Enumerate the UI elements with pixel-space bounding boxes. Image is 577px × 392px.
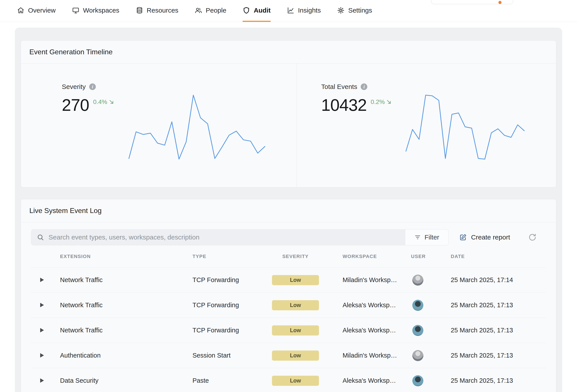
severity-sparkline-chart xyxy=(128,94,266,160)
col-date: DATE xyxy=(451,254,546,259)
search-filter-group: Filter xyxy=(31,229,449,246)
total-events-metric-info: Total Events 10432 0.2% xyxy=(321,83,405,187)
total-events-delta: 0.2% xyxy=(371,99,392,106)
expand-row-icon[interactable] xyxy=(40,328,44,332)
nav-tab-label: Insights xyxy=(298,7,321,14)
severity-metric-info: Severity 270 0.4% xyxy=(62,83,128,187)
edit-icon xyxy=(459,233,467,241)
total-events-label: Total Events xyxy=(321,83,357,91)
nav-tab-audit[interactable]: Audit xyxy=(243,0,271,22)
event-extension: Network Traffic xyxy=(60,301,192,309)
info-icon[interactable] xyxy=(361,83,367,90)
audit-page: Event Generation Timeline Severity 270 0… xyxy=(15,28,562,392)
insights-icon xyxy=(287,7,294,14)
gear-icon xyxy=(337,7,345,14)
user-avatar xyxy=(412,375,423,386)
event-row[interactable]: Data Security Paste Low Aleksa's Worksp…… xyxy=(31,368,546,392)
event-workspace: Miladin's Worksp… xyxy=(343,276,411,284)
expand-row-icon[interactable] xyxy=(40,278,44,282)
nav-tab-label: Overview xyxy=(28,7,56,14)
monitor-icon xyxy=(72,7,79,14)
search-input[interactable] xyxy=(49,234,399,241)
severity-badge: Low xyxy=(272,351,319,361)
event-row[interactable]: Authentication Session Start Low Miladin… xyxy=(31,343,546,368)
nav-tab-label: Resources xyxy=(147,7,178,14)
nav-tab-overview[interactable]: Overview xyxy=(17,0,56,22)
expand-row-icon[interactable] xyxy=(40,378,44,383)
timeline-card-body: Severity 270 0.4% Tota xyxy=(21,64,556,187)
event-log-toolbar: Filter Create report xyxy=(21,222,556,246)
col-extension: EXTENSION xyxy=(60,254,192,259)
refresh-button[interactable] xyxy=(528,233,537,242)
live-event-log-card: Live System Event Log Filter Create repo… xyxy=(21,199,556,392)
event-type: TCP Forwarding xyxy=(192,276,272,284)
total-events-value: 10432 xyxy=(321,97,367,113)
col-severity: SEVERITY xyxy=(272,254,319,259)
col-user: USER xyxy=(411,254,451,259)
severity-badge: Low xyxy=(272,300,319,310)
event-date: 25 March 2025, 17:13 xyxy=(451,352,546,359)
severity-badge: Low xyxy=(272,376,319,386)
event-log-title: Live System Event Log xyxy=(21,199,556,222)
notification-dot-icon xyxy=(498,1,502,4)
filter-label: Filter xyxy=(425,234,439,241)
timeline-card-title: Event Generation Timeline xyxy=(21,41,556,64)
nav-tab-label: People xyxy=(206,7,226,14)
home-icon xyxy=(17,7,25,14)
database-icon xyxy=(136,7,143,14)
nav-tab-label: Workspaces xyxy=(83,7,119,14)
event-row[interactable]: Network Traffic TCP Forwarding Low Aleks… xyxy=(31,293,546,318)
severity-value: 270 xyxy=(62,97,89,113)
col-type: TYPE xyxy=(192,254,272,259)
nav-tab-label: Audit xyxy=(254,7,271,14)
filter-icon xyxy=(414,234,421,241)
user-avatar xyxy=(412,275,423,285)
event-extension: Network Traffic xyxy=(60,276,192,284)
expand-row-icon[interactable] xyxy=(40,353,44,357)
shield-icon xyxy=(243,7,250,14)
trend-down-icon xyxy=(386,99,392,105)
event-workspace: Aleksa's Worksp… xyxy=(343,301,411,309)
partial-overlay-pill xyxy=(431,0,513,4)
nav-tab-resources[interactable]: Resources xyxy=(136,0,178,22)
nav-tab-insights[interactable]: Insights xyxy=(287,0,321,22)
event-date: 25 March 2025, 17:14 xyxy=(451,276,546,284)
user-avatar xyxy=(412,300,423,311)
create-report-label: Create report xyxy=(471,234,510,241)
nav-tab-label: Settings xyxy=(348,7,372,14)
filter-button[interactable]: Filter xyxy=(405,229,449,246)
create-report-button[interactable]: Create report xyxy=(459,233,510,241)
event-type: TCP Forwarding xyxy=(192,301,272,309)
search-icon xyxy=(37,234,44,241)
col-workspace: WORKSPACE xyxy=(343,254,411,259)
info-icon[interactable] xyxy=(89,83,96,90)
user-avatar xyxy=(412,325,423,336)
event-date: 25 March 2025, 17:13 xyxy=(451,327,546,334)
severity-badge: Low xyxy=(272,325,319,335)
event-date: 25 March 2025, 17:13 xyxy=(451,301,546,309)
event-extension: Data Security xyxy=(60,377,192,384)
event-row[interactable]: Network Traffic TCP Forwarding Low Aleks… xyxy=(31,318,546,343)
total-events-metric: Total Events 10432 0.2% xyxy=(297,64,556,187)
severity-label: Severity xyxy=(62,83,86,91)
trend-down-icon xyxy=(108,99,114,105)
nav-tab-workspaces[interactable]: Workspaces xyxy=(72,0,119,22)
people-icon xyxy=(195,7,202,14)
nav-tab-settings[interactable]: Settings xyxy=(337,0,372,22)
event-generation-timeline-card: Event Generation Timeline Severity 270 0… xyxy=(21,40,556,187)
event-table: EXTENSION TYPE SEVERITY WORKSPACE USER D… xyxy=(21,246,556,392)
severity-badge: Low xyxy=(272,275,319,285)
event-type: Session Start xyxy=(192,352,272,359)
event-type: Paste xyxy=(192,377,272,384)
user-avatar xyxy=(412,350,423,361)
expand-row-icon[interactable] xyxy=(40,303,44,307)
search-box xyxy=(31,229,405,246)
refresh-icon xyxy=(528,233,537,242)
total-events-sparkline-chart xyxy=(405,94,525,160)
severity-metric: Severity 270 0.4% xyxy=(21,64,297,187)
event-row[interactable]: Network Traffic TCP Forwarding Low Milad… xyxy=(31,268,546,293)
event-date: 25 March 2025, 17:13 xyxy=(451,377,546,384)
top-navigation: Overview Workspaces Resources People Aud… xyxy=(0,0,577,22)
event-extension: Authentication xyxy=(60,352,192,359)
nav-tab-people[interactable]: People xyxy=(195,0,226,22)
